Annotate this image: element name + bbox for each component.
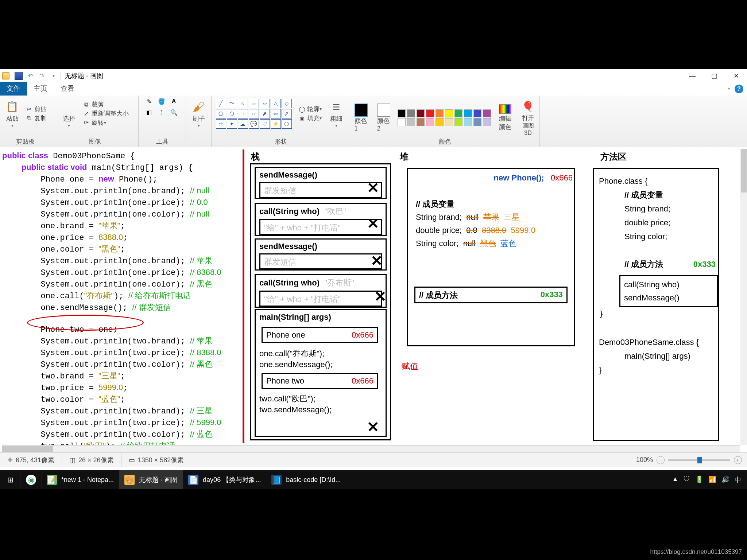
group-label: 剪贴板 (0, 137, 51, 146)
palette-color[interactable] (445, 109, 453, 117)
tray-network-icon[interactable]: 📶 (708, 475, 716, 484)
tray-ime[interactable]: 中 (735, 475, 741, 484)
group-colors: 颜色 1 颜色 2 编辑颜色 🎈 打开画图 3D (350, 96, 540, 147)
method-area-label: 方法区 (600, 151, 627, 163)
minimize-button[interactable]: — (681, 69, 703, 82)
color1-button[interactable]: 颜色 1 (352, 102, 370, 134)
cut-button[interactable]: ✂剪贴 (24, 105, 48, 114)
rotate-button[interactable]: ⟳旋转 (81, 118, 130, 127)
palette-color[interactable] (454, 118, 462, 126)
palette-color[interactable] (398, 118, 406, 126)
zoom-control: 100% − + (631, 456, 747, 464)
fill-button[interactable]: ◉填充 (297, 114, 323, 123)
palette-color[interactable] (398, 109, 406, 117)
group-tools: ✎ 🪣 A ◧ ⁞ 🔍 工具 (139, 96, 186, 147)
brush-button[interactable]: 🖌 刷子 (189, 98, 208, 129)
hscroll-thumb[interactable] (2, 446, 53, 452)
stack-frame-call2: call(String who) "乔布斯" "给" + who + "打电话" (255, 274, 387, 308)
method-area-methods: call(String who) sendMessage() (619, 275, 718, 307)
eraser-icon[interactable]: ◧ (146, 109, 153, 116)
help-icon[interactable]: ? (735, 85, 743, 93)
palette-color[interactable] (407, 118, 415, 126)
zoom-out-button[interactable]: − (657, 456, 665, 464)
palette-color[interactable] (426, 118, 434, 126)
window-controls: — ▢ ✕ (681, 69, 747, 82)
picker-icon[interactable]: ⁞ (158, 109, 165, 116)
redo-button[interactable]: ↷ (38, 72, 46, 80)
copy-button[interactable]: ⧉复制 (24, 114, 48, 123)
zoom-slider[interactable] (668, 459, 730, 461)
palette-color[interactable] (483, 109, 491, 117)
palette-color[interactable] (445, 118, 453, 126)
tray-shield-icon[interactable]: 🛡 (684, 475, 690, 484)
quick-access-toolbar: ↶ ↷ ▾ (12, 72, 61, 80)
start-button[interactable]: ⊞ (0, 470, 21, 489)
outline-button[interactable]: ◯轮廓 (297, 105, 323, 114)
taskbar: ⊞ ◉ 📝*new 1 - Notepa... 🎨无标题 - 画图 📄day06… (0, 470, 747, 489)
open-3d-button[interactable]: 🎈 打开画图 3D (519, 98, 538, 138)
palette-color[interactable] (473, 118, 481, 126)
palette-color[interactable] (483, 118, 491, 126)
pencil-icon[interactable]: ✎ (146, 98, 153, 105)
crop-icon: ⧉ (83, 101, 90, 108)
text-icon[interactable]: A (170, 98, 178, 105)
select-icon (62, 99, 76, 114)
tab-file[interactable]: 文件 (0, 82, 27, 96)
vertical-scrollbar[interactable] (740, 149, 747, 445)
tab-home[interactable]: 主页 (27, 82, 54, 96)
qat-customize[interactable]: ▾ (50, 72, 58, 80)
magnify-icon[interactable]: 🔍 (170, 109, 178, 116)
close-button[interactable]: ✕ (725, 69, 747, 82)
crop-button[interactable]: ⧉裁剪 (81, 100, 130, 109)
demo-class: Demo03PhoneSame.class { main(String[] ar… (599, 335, 699, 377)
fill-icon[interactable]: 🪣 (158, 98, 165, 105)
paste-button[interactable]: 📋 粘贴 (3, 98, 22, 129)
thickness-button[interactable]: ≣ 粗细 (327, 98, 346, 129)
scissors-icon: ✂ (26, 105, 33, 113)
heap-method: // 成员方法0x333 (414, 287, 568, 303)
maximize-button[interactable]: ▢ (703, 69, 725, 82)
resize-button[interactable]: ⤢重新调整大小 (81, 109, 130, 118)
edit-colors-button[interactable]: 编辑颜色 (497, 103, 514, 133)
collapse-ribbon[interactable]: ^ (728, 87, 730, 93)
select-button[interactable]: 选择 (59, 98, 78, 129)
x-mark: ✕ (367, 179, 379, 196)
tray-up-icon[interactable]: ▲ (672, 475, 678, 484)
color-palette[interactable] (398, 109, 492, 126)
vscroll-thumb[interactable] (741, 149, 747, 192)
group-clipboard: 📋 粘贴 ✂剪贴 ⧉复制 剪贴板 (0, 96, 51, 147)
undo-button[interactable]: ↶ (26, 72, 34, 80)
taskbar-notepad[interactable]: 📝*new 1 - Notepa... (42, 470, 119, 489)
taskbar-basic-code[interactable]: 📘basic-code [D:\Id... (266, 470, 346, 489)
stack-label: 栈 (251, 151, 260, 163)
horizontal-scrollbar[interactable] (2, 445, 740, 452)
zoom-thumb[interactable] (697, 457, 702, 463)
palette-color[interactable] (417, 118, 425, 126)
palette-color[interactable] (473, 109, 481, 117)
palette-color[interactable] (407, 109, 415, 117)
zoom-in-button[interactable]: + (734, 456, 742, 464)
cursor-position: ✛675, 431像素 (0, 453, 62, 467)
palette-color[interactable] (436, 109, 444, 117)
palette-color[interactable] (454, 109, 462, 117)
taskbar-paint[interactable]: 🎨无标题 - 画图 (119, 470, 183, 489)
canvas-area[interactable]: public class Demo03PhoneSame { public st… (2, 149, 740, 445)
tab-view[interactable]: 查看 (54, 82, 81, 96)
save-button[interactable] (15, 72, 23, 80)
palette-color[interactable] (436, 118, 444, 126)
palette-color[interactable] (417, 109, 425, 117)
color2-swatch (377, 104, 390, 117)
palette-color[interactable] (426, 109, 434, 117)
paint3d-icon: 🎈 (521, 99, 535, 114)
taskbar-chrome[interactable]: ◉ (21, 470, 42, 489)
taskbar-day06[interactable]: 📄day06 【类与对象... (183, 470, 266, 489)
x-mark: ✕ (367, 215, 379, 232)
color2-button[interactable]: 颜色 2 (375, 102, 392, 134)
palette-color[interactable] (464, 109, 472, 117)
system-tray[interactable]: ▲ 🛡 🔋 📶 🔊 中 (666, 475, 747, 484)
tray-battery-icon[interactable]: 🔋 (695, 475, 703, 484)
tray-sound-icon[interactable]: 🔊 (721, 475, 729, 484)
palette-color[interactable] (464, 118, 472, 126)
paint-window: ↶ ↷ ▾ 无标题 - 画图 — ▢ ✕ 文件 主页 查看 ^ ? (0, 69, 747, 470)
shape-gallery[interactable]: ╱〜○▭▱△◇ ⬠⬡→↔⬈⇦⬀ ☆✦☁💬♡⚡⬡ (216, 99, 292, 129)
